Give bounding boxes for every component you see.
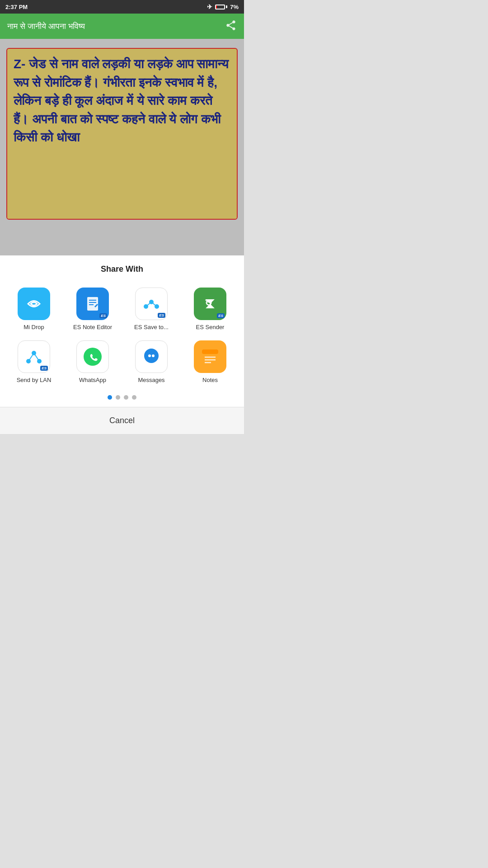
pagination-dots [0,395,244,400]
essender-icon: ↻ ES [194,288,226,320]
status-icons: ✈ 7% [207,3,239,10]
share-dialog: Share With Mi Drop [0,255,244,407]
messages-label: Messages [138,377,164,384]
app-item-messages[interactable]: Messages [122,336,181,389]
cancel-label: Cancel [109,416,135,425]
share-dialog-title: Share With [0,264,244,274]
time-display: 2:37 PM [5,4,28,10]
es-badge: ES [99,313,107,318]
es-badge-3: ES [217,313,225,318]
svg-point-17 [148,354,151,357]
es-badge-2: ES [158,313,165,318]
app-item-whatsapp[interactable]: WhatsApp [63,336,122,389]
svg-rect-0 [87,297,98,311]
midrop-icon [18,288,50,320]
midrop-label: Mi Drop [23,324,44,331]
battery-percent: 7% [230,4,239,10]
apps-grid: Mi Drop ES ES Note Editor [0,283,244,389]
app-bar: नाम से जानीये आपना भविष्य [0,14,244,39]
svg-line-13 [28,353,34,361]
esnote-icon: ES [76,288,109,320]
essender-label: ES Sender [196,324,225,331]
app-item-essender[interactable]: ↻ ES ES Sender [181,283,239,336]
text-fade [7,201,237,219]
app-item-sendbylan[interactable]: ES Send by LAN [5,336,63,389]
cancel-button[interactable]: Cancel [0,407,244,434]
battery-icon [215,5,227,9]
svg-line-8 [151,302,157,307]
svg-rect-20 [202,349,218,354]
sendbylan-label: Send by LAN [17,377,52,384]
dot-3 [124,395,128,400]
svg-point-15 [84,348,102,366]
essave-label: ES Save to... [134,324,169,331]
status-bar: 2:37 PM ✈ 7% [0,0,244,14]
app-title: नाम से जानीये आपना भविष्य [7,22,85,31]
essave-icon: ES [135,288,168,320]
dot-4 [132,395,136,400]
esnote-label: ES Note Editor [73,324,112,331]
svg-text:↻: ↻ [205,298,212,308]
main-content: Z- जेड से नाम वाले लड़की या लड़के आप साम… [0,39,244,434]
dot-2 [116,395,120,400]
svg-point-18 [152,354,155,357]
airplane-icon: ✈ [207,3,212,10]
messages-icon [135,340,168,373]
dot-1 [108,395,112,400]
hindi-text-content: Z- जेड से नाम वाले लड़की या लड़के आप साम… [14,55,230,147]
app-item-notes[interactable]: Notes [181,336,239,389]
whatsapp-label: WhatsApp [79,377,106,384]
notes-icon [194,340,226,373]
app-item-esnote[interactable]: ES ES Note Editor [63,283,122,336]
content-card: Z- जेड से नाम वाले लड़की या लड़के आप साम… [6,48,238,220]
svg-line-7 [146,302,151,307]
share-icon[interactable] [225,19,237,33]
whatsapp-icon [76,340,109,373]
es-badge-4: ES [40,366,48,371]
svg-line-14 [34,353,39,361]
app-item-midrop[interactable]: Mi Drop [5,283,63,336]
notes-label: Notes [202,377,218,384]
sendbylan-icon: ES [18,340,50,373]
app-item-essave[interactable]: ES ES Save to... [122,283,181,336]
